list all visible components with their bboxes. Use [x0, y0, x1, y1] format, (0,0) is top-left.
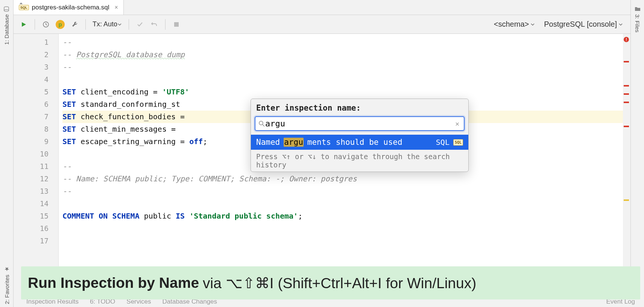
inspection-search-field[interactable]: ✕	[255, 116, 465, 131]
right-tool-rail: 3: Files 7: Structure	[630, 0, 644, 307]
svg-rect-2	[174, 22, 179, 27]
editor-tab[interactable]: SQL postgres-sakila-schema.sql ×	[14, 0, 124, 15]
tip-rest: via ⌥⇧⌘I (Shift+Ctrl+Alt+I for Win/Linux…	[203, 275, 476, 292]
left-tool-rail: 1: Database 2: Favorites ★	[0, 0, 14, 307]
error-mark[interactable]	[624, 126, 629, 127]
chevron-down-icon	[530, 22, 535, 27]
schema-label: <schema>	[494, 20, 529, 29]
schema-dropdown[interactable]: <schema>	[491, 20, 538, 29]
tx-mode-dropdown[interactable]: Tx: Auto	[91, 20, 123, 28]
tool-files[interactable]: 3: Files	[634, 3, 641, 35]
chevron-down-icon	[117, 22, 122, 27]
tool-favorites[interactable]: 2: Favorites ★	[3, 263, 10, 307]
p-button[interactable]: p	[55, 19, 66, 30]
close-tab-icon[interactable]: ×	[114, 4, 118, 11]
inspection-search-input[interactable]	[265, 119, 454, 128]
warning-mark[interactable]	[624, 199, 629, 201]
search-icon	[258, 120, 265, 127]
check-icon	[137, 21, 143, 28]
star-icon: ★	[3, 266, 10, 272]
result-lang-label: SQL	[436, 138, 450, 147]
error-mark[interactable]	[624, 93, 629, 95]
commit-button[interactable]	[134, 19, 146, 30]
popup-title: Enter inspection name:	[251, 99, 468, 116]
svg-point-0	[5, 10, 9, 11]
tx-label: Tx: Auto	[93, 20, 117, 28]
clock-icon	[43, 21, 49, 28]
history-button[interactable]	[40, 19, 52, 30]
popup-hint: Press ⌥↑ or ⌥↓ to navigate through the s…	[251, 150, 468, 172]
stop-icon	[174, 22, 179, 27]
tip-banner: Run Inspection by Name via ⌥⇧⌘I (Shift+C…	[21, 266, 640, 299]
tab-filename: postgres-sakila-schema.sql	[32, 4, 109, 11]
stop-button[interactable]	[171, 19, 182, 30]
error-mark[interactable]	[624, 102, 629, 103]
wrench-icon	[71, 21, 78, 28]
sql-file-icon: SQL	[19, 5, 29, 10]
undo-icon	[151, 21, 158, 28]
toolbar: p Tx: Auto <schema>	[14, 15, 630, 34]
error-mark[interactable]	[624, 61, 629, 62]
rollback-button[interactable]	[149, 19, 160, 30]
error-indicator-icon[interactable]: !	[624, 37, 629, 42]
error-mark[interactable]	[624, 85, 629, 87]
tool-database-label: 1: Database	[3, 14, 10, 45]
inspection-popup: Enter inspection name: ✕ Named arguments…	[251, 99, 469, 172]
tool-favorites-label: 2: Favorites	[3, 275, 10, 304]
chevron-down-icon	[618, 22, 623, 27]
tool-database[interactable]: 1: Database	[3, 3, 10, 48]
clear-input-icon[interactable]: ✕	[454, 120, 461, 128]
svg-point-3	[259, 121, 263, 125]
tip-strong: Run Inspection by Name	[28, 275, 199, 291]
database-icon	[4, 6, 10, 12]
run-button[interactable]	[18, 19, 29, 30]
settings-button[interactable]	[69, 19, 80, 30]
sql-icon: SQL	[453, 139, 463, 146]
tab-bar: SQL postgres-sakila-schema.sql ×	[14, 0, 630, 15]
play-icon	[21, 21, 27, 27]
console-dropdown[interactable]: PostgreSQL [console]	[541, 20, 626, 29]
console-label: PostgreSQL [console]	[544, 20, 617, 29]
inspection-result-item[interactable]: Named arguments should be used SQL SQL	[251, 135, 468, 150]
p-icon: p	[56, 20, 65, 29]
folder-icon	[635, 6, 641, 12]
tool-files-label: 3: Files	[634, 14, 641, 32]
